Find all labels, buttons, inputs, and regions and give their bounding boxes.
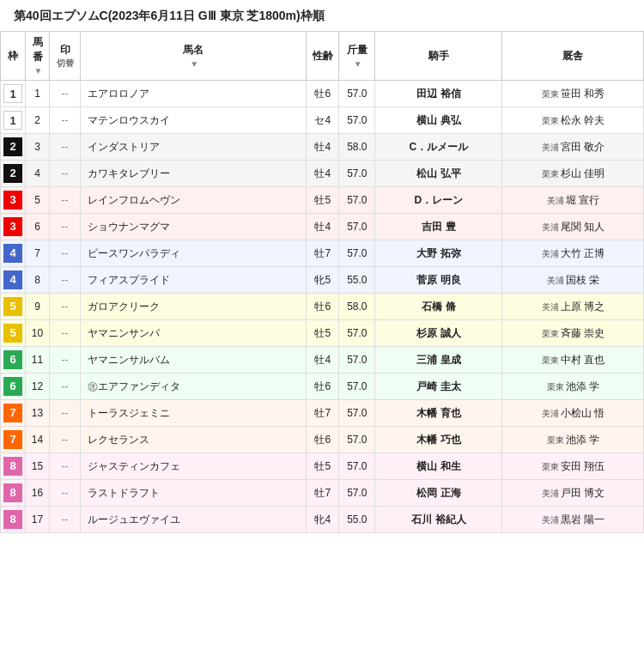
shirushi-cell[interactable]: --	[50, 161, 81, 187]
seibetsu-cell: 牡5	[307, 187, 339, 214]
umaban-cell: 9	[26, 294, 50, 320]
table-row: 611--ヤマニンサルバム牡457.0三浦 皇成栗東中村 直也	[1, 347, 644, 374]
waku-cell: 1	[1, 81, 26, 107]
umamei-cell[interactable]: ヤマニンサルバム	[81, 347, 307, 374]
umamei-cell[interactable]: フィアスプライド	[81, 267, 307, 294]
kinryo-cell: 55.0	[339, 267, 375, 294]
table-row: 59--ガロアクリーク牡658.0石橋 脩美浦上原 博之	[1, 294, 644, 320]
table-row: 47--ピースワンパラディ牡757.0大野 拓弥美浦大竹 正博	[1, 240, 644, 267]
col-kishu: 騎手	[375, 32, 502, 81]
table-row: 815--ジャスティンカフェ牡557.0横山 和生栗東安田 翔伍	[1, 453, 644, 480]
umaban-cell: 8	[26, 267, 50, 294]
shirushi-cell[interactable]: --	[50, 294, 81, 320]
shirushi-cell[interactable]: --	[50, 400, 81, 427]
umamei-cell[interactable]: ショウナンマグマ	[81, 214, 307, 240]
col-kyusha: 厩舎	[502, 32, 644, 81]
shirushi-cell[interactable]: --	[50, 453, 81, 480]
seibetsu-cell: 牡4	[307, 214, 339, 240]
seibetsu-cell: 牡5	[307, 453, 339, 480]
umamei-cell[interactable]: ㊟エアファンディタ	[81, 374, 307, 400]
umamei-cell[interactable]: インダストリア	[81, 134, 307, 161]
waku-cell: 3	[1, 187, 26, 214]
kinryo-cell: 57.0	[339, 480, 375, 507]
seibetsu-cell: セ4	[307, 107, 339, 134]
kinryo-cell: 57.0	[339, 400, 375, 427]
table-row: 48--フィアスプライド牝555.0菅原 明良美浦国枝 栄	[1, 267, 644, 294]
kishu-cell: 杉原 誠人	[375, 320, 502, 347]
waku-cell: 8	[1, 453, 26, 480]
kyusha-cell: 美浦宮田 敬介	[502, 134, 644, 161]
shirushi-cell[interactable]: --	[50, 427, 81, 453]
kinryo-cell: 57.0	[339, 240, 375, 267]
kishu-cell: 木幡 巧也	[375, 427, 502, 453]
umamei-cell[interactable]: ラストドラフト	[81, 480, 307, 507]
umaban-cell: 5	[26, 187, 50, 214]
kishu-cell: 菅原 明良	[375, 267, 502, 294]
seibetsu-cell: 牡7	[307, 480, 339, 507]
kyusha-cell: 美浦堀 宣行	[502, 187, 644, 214]
umamei-cell[interactable]: エアロロノア	[81, 81, 307, 107]
kyusha-cell: 美浦小桧山 悟	[502, 400, 644, 427]
shirushi-cell[interactable]: --	[50, 507, 81, 533]
shirushi-cell[interactable]: --	[50, 347, 81, 374]
umamei-cell[interactable]: ガロアクリーク	[81, 294, 307, 320]
umaban-cell: 7	[26, 240, 50, 267]
table-row: 713--トーラスジェミニ牡757.0木幡 育也美浦小桧山 悟	[1, 400, 644, 427]
kyusha-cell: 栗東安田 翔伍	[502, 453, 644, 480]
shirushi-cell[interactable]: --	[50, 214, 81, 240]
kinryo-cell: 55.0	[339, 507, 375, 533]
col-shirushi[interactable]: 印切替	[50, 32, 81, 81]
kishu-cell: 石川 裕紀人	[375, 507, 502, 533]
seibetsu-cell: 牡6	[307, 427, 339, 453]
waku-cell: 7	[1, 400, 26, 427]
table-row: 35--レインフロムヘヴン牡557.0D．レーン美浦堀 宣行	[1, 187, 644, 214]
shirushi-cell[interactable]: --	[50, 107, 81, 134]
shirushi-cell[interactable]: --	[50, 187, 81, 214]
table-row: 36--ショウナンマグマ牡457.0吉田 豊美浦尾関 知人	[1, 214, 644, 240]
seibetsu-cell: 牡4	[307, 347, 339, 374]
kyusha-cell: 栗東斉藤 崇史	[502, 320, 644, 347]
shirushi-cell[interactable]: --	[50, 81, 81, 107]
shirushi-cell[interactable]: --	[50, 480, 81, 507]
kyusha-cell: 美浦上原 博之	[502, 294, 644, 320]
kyusha-cell: 栗東中村 直也	[502, 347, 644, 374]
seibetsu-cell: 牡7	[307, 240, 339, 267]
kinryo-cell: 57.0	[339, 107, 375, 134]
umamei-cell[interactable]: レクセランス	[81, 427, 307, 453]
kyusha-cell: 栗東杉山 佳明	[502, 161, 644, 187]
umamei-cell[interactable]: ピースワンパラディ	[81, 240, 307, 267]
shirushi-cell[interactable]: --	[50, 134, 81, 161]
kishu-cell: 三浦 皇成	[375, 347, 502, 374]
kishu-cell: 横山 典弘	[375, 107, 502, 134]
table-header-row: 枠 馬番▼ 印切替 馬名▼ 性齢 斤量▼ 騎手 厩舎	[1, 32, 644, 81]
waku-cell: 4	[1, 240, 26, 267]
kishu-cell: 田辺 裕信	[375, 81, 502, 107]
kinryo-cell: 57.0	[339, 374, 375, 400]
umamei-cell[interactable]: レインフロムヘヴン	[81, 187, 307, 214]
umamei-cell[interactable]: マテンロウスカイ	[81, 107, 307, 134]
umamei-cell[interactable]: ルージュエヴァイユ	[81, 507, 307, 533]
umaban-cell: 10	[26, 320, 50, 347]
seibetsu-cell: 牝5	[307, 267, 339, 294]
kinryo-cell: 58.0	[339, 294, 375, 320]
kinryo-cell: 57.0	[339, 187, 375, 214]
umamei-cell[interactable]: ジャスティンカフェ	[81, 453, 307, 480]
kishu-cell: 大野 拓弥	[375, 240, 502, 267]
waku-cell: 1	[1, 107, 26, 134]
umamei-cell[interactable]: ヤマニンサンパ	[81, 320, 307, 347]
waku-cell: 8	[1, 507, 26, 533]
seibetsu-cell: 牡7	[307, 400, 339, 427]
shirushi-cell[interactable]: --	[50, 240, 81, 267]
seibetsu-cell: 牡6	[307, 374, 339, 400]
umaban-cell: 2	[26, 107, 50, 134]
kyusha-cell: 栗東池添 学	[502, 427, 644, 453]
kishu-cell: 松山 弘平	[375, 161, 502, 187]
umamei-cell[interactable]: カワキタレブリー	[81, 161, 307, 187]
umaban-cell: 6	[26, 214, 50, 240]
shirushi-cell[interactable]: --	[50, 320, 81, 347]
col-umamei[interactable]: 馬名▼	[81, 32, 307, 81]
shirushi-cell[interactable]: --	[50, 267, 81, 294]
table-row: 612--㊟エアファンディタ牡657.0戸崎 圭太栗東池添 学	[1, 374, 644, 400]
shirushi-cell[interactable]: --	[50, 374, 81, 400]
umamei-cell[interactable]: トーラスジェミニ	[81, 400, 307, 427]
